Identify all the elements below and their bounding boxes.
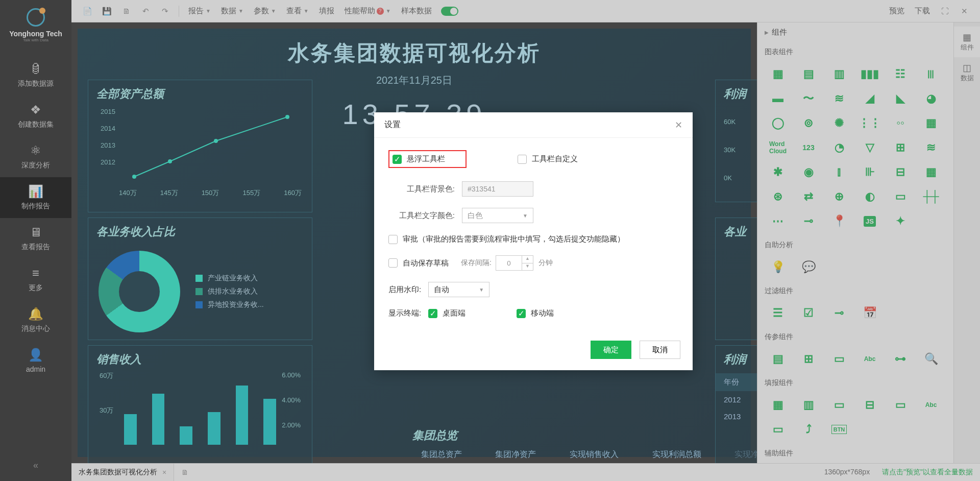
panel-sales-revenue[interactable]: 销售收入 60万 30万 6.00% 4.00% 2.00%: [88, 345, 312, 463]
donut-icon[interactable]: ◯: [766, 113, 790, 133]
slider-filter-icon[interactable]: ⊸: [827, 303, 851, 323]
custom-icon[interactable]: ✦: [888, 211, 913, 231]
panel-revenue-share[interactable]: 各业务收入占比 产业链业务收入 供排水业务收入 异地投资业务收...: [88, 218, 312, 340]
component-panel-header[interactable]: ▶组件: [757, 22, 953, 42]
mobile-checkbox[interactable]: ✓: [517, 309, 526, 318]
waterfall-icon[interactable]: ⊪: [857, 162, 882, 182]
stacked-area-icon[interactable]: ◣: [888, 88, 913, 109]
boxplot-icon[interactable]: ⊟: [888, 162, 913, 182]
undo-icon[interactable]: ↶: [139, 5, 152, 18]
button-comp-icon[interactable]: BTN: [827, 419, 851, 440]
date-filter-icon[interactable]: 📅: [857, 303, 882, 323]
float-toolbar-checkbox[interactable]: ✓: [393, 155, 402, 164]
menu-data[interactable]: 数据▼: [219, 6, 246, 16]
param-link-icon[interactable]: ⊶: [888, 349, 913, 369]
number-icon[interactable]: 123: [796, 137, 821, 158]
text-color-select[interactable]: 白色▼: [462, 208, 533, 223]
rail-tab-data[interactable]: ◫数据: [954, 57, 980, 88]
candlestick-icon[interactable]: ┼┼: [919, 186, 943, 207]
nav-deep-analysis[interactable]: ⚛深度分析: [0, 136, 71, 177]
preview-button[interactable]: 预览: [887, 6, 906, 16]
form-input-icon[interactable]: ▭: [827, 395, 851, 415]
bubble-icon[interactable]: ◦◦: [888, 113, 913, 133]
new-tab-icon[interactable]: 🗎: [178, 466, 191, 479]
grid-icon[interactable]: ▥: [827, 64, 851, 84]
custom-toolbar-checkbox[interactable]: [518, 155, 527, 164]
spinner-up[interactable]: ▲: [522, 256, 533, 263]
scatter-icon[interactable]: ⋮⋮: [857, 113, 882, 133]
treemap-icon[interactable]: ▦: [919, 162, 943, 182]
pivot-icon[interactable]: ▤: [796, 64, 821, 84]
nav-user[interactable]: 👤admin: [0, 341, 71, 380]
table-icon[interactable]: ▦: [766, 64, 790, 84]
desktop-checkbox[interactable]: ✓: [428, 309, 437, 318]
ok-button[interactable]: 确定: [591, 341, 631, 359]
menu-params[interactable]: 参数▼: [252, 6, 278, 16]
interval-spinner[interactable]: ▲ ▼: [496, 255, 533, 271]
upload-icon[interactable]: ⤴: [796, 419, 821, 440]
param-list-icon[interactable]: ▤: [766, 349, 790, 369]
spinner-down[interactable]: ▼: [522, 263, 533, 271]
interval-input[interactable]: [496, 256, 522, 270]
funnel-icon[interactable]: ▽: [857, 137, 882, 158]
close-tab-icon[interactable]: ×: [162, 468, 166, 476]
insight-icon[interactable]: 💡: [766, 257, 790, 277]
nav-messages[interactable]: 🔔消息中心: [0, 300, 71, 341]
comment-icon[interactable]: 💬: [796, 257, 821, 277]
panel-right-mid[interactable]: 各业: [715, 218, 757, 340]
autosave-checkbox[interactable]: [388, 258, 398, 268]
menu-report[interactable]: 报告▼: [186, 6, 213, 16]
stacked-bar-icon[interactable]: ☷: [888, 64, 913, 84]
panel-total-assets[interactable]: 全部资产总额 2015 2014 2013 2012 140万 145万 150…: [88, 80, 312, 212]
menu-perf-help[interactable]: 性能帮助?▼: [342, 6, 393, 16]
dot-icon[interactable]: ⋯: [766, 211, 790, 231]
form-crosstab-icon[interactable]: ▥: [796, 395, 821, 415]
radar-icon[interactable]: ✺: [827, 113, 851, 133]
nav-create-dataset[interactable]: ❖创建数据集: [0, 95, 71, 136]
download-button[interactable]: 下载: [913, 6, 932, 16]
checklist-icon[interactable]: ☑: [796, 303, 821, 323]
line-icon[interactable]: 〜: [796, 88, 821, 109]
pie-icon[interactable]: ◕: [919, 88, 943, 109]
nav-make-report[interactable]: 📊制作报告: [0, 177, 71, 218]
form-table-icon[interactable]: ▦: [766, 395, 790, 415]
nav-add-datasource[interactable]: 🛢添加数据源: [0, 55, 71, 95]
param-text-icon[interactable]: Abc: [857, 349, 882, 369]
menu-view[interactable]: 查看▼: [284, 6, 311, 16]
bar-icon[interactable]: ▮▮▮: [857, 64, 882, 84]
list-filter-icon[interactable]: ☰: [766, 303, 790, 323]
fullscreen-icon[interactable]: ⛶: [938, 5, 951, 18]
grouped-bar-icon[interactable]: ⫼: [919, 64, 943, 84]
form-text-icon[interactable]: Abc: [919, 395, 943, 415]
indicator-icon[interactable]: ◐: [857, 186, 882, 207]
flow-icon[interactable]: ⇄: [796, 186, 821, 207]
param-input-icon[interactable]: ▭: [827, 349, 851, 369]
form-rect-icon[interactable]: ▭: [766, 419, 790, 440]
redo-icon[interactable]: ↷: [158, 5, 172, 18]
watermark-select[interactable]: 自动▼: [428, 282, 489, 297]
save-icon[interactable]: 💾: [100, 5, 113, 18]
map-icon[interactable]: ◉: [796, 162, 821, 182]
js-icon[interactable]: JS: [857, 211, 882, 231]
pin-icon[interactable]: 📍: [827, 211, 851, 231]
heatmap-icon[interactable]: ▦: [919, 113, 943, 133]
panel-profit-bottom[interactable]: 利润 年份 2012 2013: [715, 345, 757, 463]
form-cell-icon[interactable]: ▭: [888, 395, 913, 415]
gauge-icon[interactable]: ◔: [827, 137, 851, 158]
panel-group-overview[interactable]: 集团总览 集团总资产 集团净资产 实现销售收入 实现利润总额 实现净利润: [404, 422, 757, 463]
nav-view-report[interactable]: 🖥查看报告: [0, 218, 71, 259]
form-hier-icon[interactable]: ⊟: [857, 395, 882, 415]
multiline-icon[interactable]: ≋: [827, 88, 851, 109]
new-icon[interactable]: 📄: [81, 5, 94, 18]
wordcloud-icon[interactable]: WordCloud: [766, 137, 790, 158]
param-search-icon[interactable]: 🔍: [919, 349, 943, 369]
chord-icon[interactable]: ⊛: [766, 186, 790, 207]
nav-more[interactable]: ≡更多: [0, 259, 71, 300]
approval-checkbox[interactable]: [388, 235, 398, 244]
sample-data-toggle[interactable]: [441, 7, 458, 16]
param-tree-icon[interactable]: ⊞: [796, 349, 821, 369]
collapse-sidebar-button[interactable]: «: [33, 460, 38, 471]
combo-icon[interactable]: ⫿: [827, 162, 851, 182]
modal-close-button[interactable]: ✕: [675, 119, 682, 131]
area-icon[interactable]: ◢: [857, 88, 882, 109]
